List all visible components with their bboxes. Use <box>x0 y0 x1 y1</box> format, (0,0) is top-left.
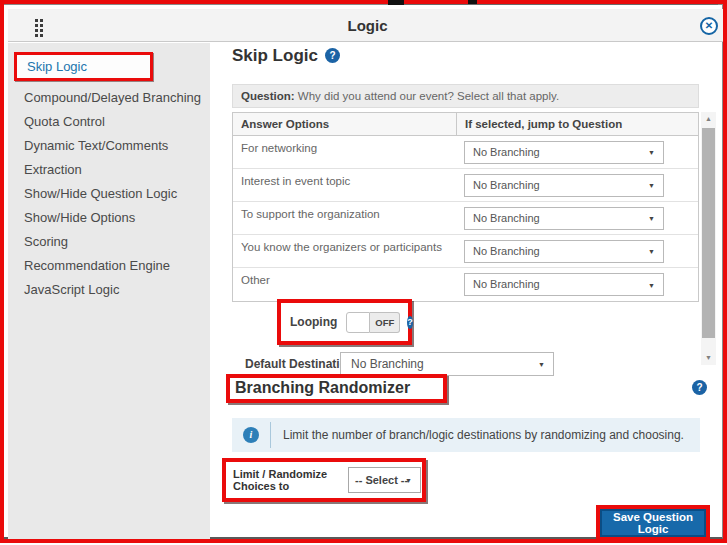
page-title: Skip Logic? <box>232 46 340 66</box>
sidebar-item-show-hide-options[interactable]: Show/Hide Options <box>8 205 210 229</box>
background-text-fragment <box>388 0 404 5</box>
jump-to-question-select[interactable]: No Branching ▼ <box>464 174 664 197</box>
logic-sidebar: Skip Logic Compound/Delayed Branching Qu… <box>8 43 210 542</box>
chevron-down-icon: ▼ <box>648 149 655 156</box>
table-row: For networking No Branching ▼ <box>233 136 698 169</box>
looping-annotated-box: Looping OFF ? <box>277 299 412 345</box>
info-icon: i <box>243 427 259 443</box>
answer-options-table: Answer Options If selected, jump to Ques… <box>232 112 699 302</box>
jump-to-question-select[interactable]: No Branching ▼ <box>464 240 664 263</box>
select-value: No Branching <box>465 241 663 262</box>
background-text-fragment <box>468 0 477 4</box>
skip-logic-help-icon[interactable]: ? <box>325 48 340 63</box>
scrollbar-down-icon[interactable]: ▼ <box>701 351 716 365</box>
branching-randomizer-help-icon[interactable]: ? <box>692 380 707 395</box>
answer-option-label: Interest in event topic <box>233 169 456 187</box>
select-value: No Branching <box>465 208 663 229</box>
sidebar-item-javascript-logic[interactable]: JavaScript Logic <box>8 277 210 301</box>
modal-title: Logic <box>8 17 727 34</box>
modal-header: Logic ✕ <box>8 9 727 42</box>
sidebar-item-extraction[interactable]: Extraction <box>8 157 210 181</box>
default-destination-select[interactable]: No Branching ▼ <box>340 352 554 376</box>
scrollbar-up-icon[interactable]: ▲ <box>701 112 716 126</box>
table-header-row: Answer Options If selected, jump to Ques… <box>233 113 698 136</box>
select-value: No Branching <box>341 353 553 375</box>
looping-toggle[interactable]: OFF <box>346 312 400 333</box>
chevron-down-icon: ▼ <box>405 477 412 484</box>
chevron-down-icon: ▼ <box>648 248 655 255</box>
randomizer-info-text: Limit the number of branch/logic destina… <box>271 428 684 442</box>
question-summary-bar: Question: Why did you attend our event? … <box>232 84 699 108</box>
toggle-knob <box>346 312 370 333</box>
looping-help-icon[interactable]: ? <box>407 316 413 329</box>
randomizer-info-box: i Limit the number of branch/logic desti… <box>232 418 700 452</box>
sidebar-item-compound-delayed-branching[interactable]: Compound/Delayed Branching <box>8 85 210 109</box>
looping-label: Looping <box>290 315 337 329</box>
question-label: Question: <box>241 90 295 102</box>
sidebar-item-skip-logic[interactable]: Skip Logic <box>14 52 153 81</box>
save-annotated-box: Save Question Logic <box>596 505 710 541</box>
sidebar-item-scoring[interactable]: Scoring <box>8 229 210 253</box>
default-destination-label: Default Destination <box>245 357 354 371</box>
select-value: No Branching <box>465 142 663 163</box>
branching-randomizer-annotated-box: Branching Randomizer <box>226 374 447 403</box>
jump-to-question-select[interactable]: No Branching ▼ <box>464 207 664 230</box>
table-row: To support the organization No Branching… <box>233 202 698 235</box>
limit-randomize-annotated-box: Limit / Randomize Choices to -- Select -… <box>222 458 426 502</box>
chevron-down-icon: ▼ <box>648 281 655 288</box>
chevron-down-icon: ▼ <box>648 215 655 222</box>
answer-option-label: You know the organizers or participants <box>233 235 456 253</box>
jump-to-question-select[interactable]: No Branching ▼ <box>464 273 664 296</box>
chevron-down-icon: ▼ <box>648 182 655 189</box>
section-title-text: Skip Logic <box>232 46 318 65</box>
sidebar-item-dynamic-text-comments[interactable]: Dynamic Text/Comments <box>8 133 210 157</box>
sidebar-item-show-hide-question-logic[interactable]: Show/Hide Question Logic <box>8 181 210 205</box>
branching-randomizer-title: Branching Randomizer <box>230 378 443 398</box>
background-text-fragment <box>398 3 718 5</box>
answer-option-label: Other <box>233 268 456 286</box>
table-row: You know the organizers or participants … <box>233 235 698 268</box>
answer-option-label: To support the organization <box>233 202 456 220</box>
scrollbar-thumb[interactable] <box>702 128 715 338</box>
table-row: Interest in event topic No Branching ▼ <box>233 169 698 202</box>
sidebar-item-recommendation-engine[interactable]: Recommendation Engine <box>8 253 210 277</box>
jump-to-question-select[interactable]: No Branching ▼ <box>464 141 664 164</box>
toggle-state-label: OFF <box>370 312 400 333</box>
answer-option-label: For networking <box>233 136 456 154</box>
column-header-jump-to-question: If selected, jump to Question <box>456 113 698 135</box>
sidebar-item-quota-control[interactable]: Quota Control <box>8 109 210 133</box>
vertical-scrollbar[interactable]: ▲ ▼ <box>701 112 716 365</box>
column-header-answer-options: Answer Options <box>233 113 456 135</box>
limit-randomize-label: Limit / Randomize Choices to <box>233 468 348 492</box>
limit-randomize-select[interactable]: -- Select -- ▼ <box>348 467 421 493</box>
select-value: No Branching <box>465 274 663 295</box>
chevron-down-icon: ▼ <box>538 361 545 368</box>
logic-modal-screen: Logic ✕ Skip Logic Compound/Delayed Bran… <box>0 0 727 545</box>
question-text: Why did you attend our event? Select all… <box>295 90 559 102</box>
save-question-logic-button[interactable]: Save Question Logic <box>600 509 706 537</box>
close-icon[interactable]: ✕ <box>700 17 718 35</box>
select-value: No Branching <box>465 175 663 196</box>
table-row: Other No Branching ▼ <box>233 268 698 301</box>
